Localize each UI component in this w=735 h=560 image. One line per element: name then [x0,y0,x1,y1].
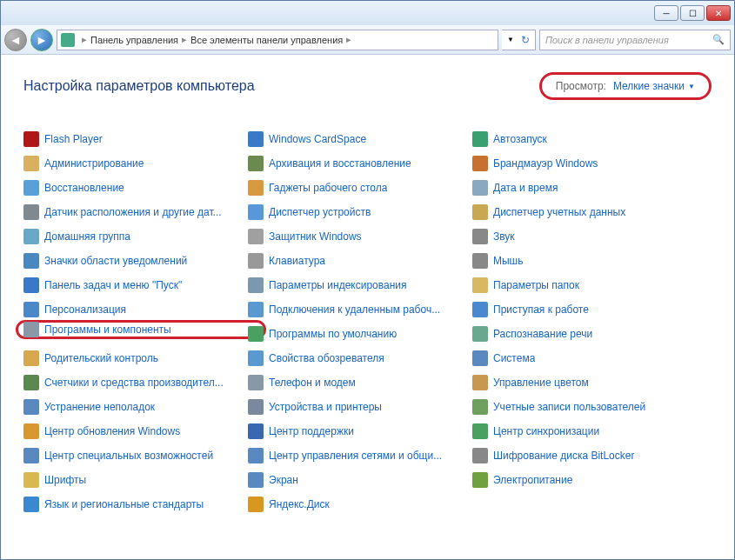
control-panel-item[interactable]: Центр специальных возможностей [23,446,241,465]
back-button[interactable]: ◄ [4,29,27,51]
control-panel-item[interactable]: Свойства обозревателя [248,349,465,368]
item-icon [248,229,264,244]
item-icon [23,375,39,390]
breadcrumb-level1[interactable]: Панель управления [90,35,178,45]
item-label: Управление цветом [493,377,589,389]
close-button[interactable]: ✕ [706,5,731,21]
control-panel-item[interactable]: Архивация и восстановление [248,154,465,173]
control-panel-item[interactable]: Flash Player [23,130,241,149]
control-panel-item[interactable]: Восстановление [23,178,241,197]
control-panel-item[interactable]: Устранение неполадок [23,397,241,417]
breadcrumb-level2[interactable]: Все элементы панели управления [190,35,343,45]
control-panel-item[interactable]: Звук [472,227,690,246]
control-panel-item[interactable]: Подключения к удаленным рабоч... [248,300,465,319]
control-panel-item[interactable]: Центр синхронизации [472,422,690,441]
maximize-button[interactable]: ☐ [680,5,705,21]
search-input[interactable]: Поиск в панели управления 🔍 [539,30,731,50]
item-label: Устройства и принтеры [269,401,382,413]
control-panel-item[interactable]: Родительский контроль [23,349,241,368]
control-panel-item[interactable]: Яндекс.Диск [248,495,465,514]
item-icon [23,180,39,196]
search-placeholder: Поиск в панели управления [545,35,669,45]
control-panel-item[interactable]: Центр поддержки [248,422,465,441]
control-panel-item[interactable]: Устройства и принтеры [248,397,465,417]
control-panel-item[interactable]: Мышь [472,251,690,270]
item-icon [472,180,488,196]
forward-button[interactable]: ► [30,29,53,51]
control-panel-item[interactable]: Значки области уведомлений [23,251,241,270]
item-icon [23,448,39,463]
item-icon [23,253,39,269]
control-panel-item[interactable]: Администрирование [23,154,241,173]
control-panel-item[interactable]: Защитник Windows [248,227,465,246]
control-panel-item[interactable]: Программы по умолчанию [248,324,465,343]
item-icon [472,253,488,269]
item-icon [472,156,488,171]
control-panel-item[interactable]: Автозапуск [472,130,690,149]
control-panel-item[interactable]: Центр управления сетями и общи... [248,446,465,465]
item-icon [472,350,488,366]
item-icon [248,375,264,390]
chevron-down-icon[interactable]: ▼ [507,36,514,43]
item-icon [23,204,39,220]
control-panel-item[interactable]: Диспетчер устройств [248,203,465,222]
control-panel-window: ─ ☐ ✕ ◄ ► ▸ Панель управления ▸ Все элем… [0,0,735,560]
control-panel-item[interactable]: Брандмауэр Windows [472,154,690,173]
item-icon [248,448,264,463]
control-panel-item[interactable]: Шрифты [23,470,241,490]
item-label: Шифрование диска BitLocker [493,450,634,462]
item-icon [472,326,488,342]
item-icon [248,204,264,220]
item-icon [23,229,39,244]
control-panel-item[interactable]: Домашняя группа [23,227,241,246]
item-icon [248,423,264,439]
control-panel-item[interactable]: Учетные записи пользователей [472,397,690,417]
control-panel-item[interactable]: Параметры индексирования [248,276,465,295]
item-label: Flash Player [44,133,103,145]
control-panel-item[interactable]: Распознавание речи [472,324,690,343]
item-icon [248,253,264,269]
control-panel-item[interactable]: Счетчики и средства производител... [23,373,241,392]
control-panel-item[interactable]: Центр обновления Windows [23,422,241,441]
item-label: Персонализация [44,303,126,316]
item-label: Родительский контроль [44,352,158,364]
search-icon: 🔍 [712,34,725,45]
control-panel-item[interactable]: Диспетчер учетных данных [472,203,690,222]
item-icon [248,326,264,342]
control-panel-item[interactable]: Электропитание [472,470,690,490]
item-label: Восстановление [44,182,124,194]
control-panel-item[interactable]: Параметры папок [472,276,690,295]
control-panel-item[interactable]: Система [472,349,690,368]
control-panel-item[interactable]: Приступая к работе [472,300,690,319]
item-label: Дата и время [493,182,558,194]
item-label: Датчик расположения и другие дат... [44,206,222,218]
control-panel-item[interactable]: Панель задач и меню "Пуск" [23,276,241,295]
item-label: Диспетчер учетных данных [493,206,625,218]
breadcrumb[interactable]: ▸ Панель управления ▸ Все элементы панел… [57,30,498,50]
item-icon [248,277,264,293]
control-panel-item[interactable]: Шифрование диска BitLocker [472,446,690,465]
control-panel-item[interactable]: Гаджеты рабочего стола [248,178,465,197]
control-panel-item[interactable]: Дата и время [472,178,690,197]
control-panel-item[interactable]: Windows CardSpace [248,130,465,149]
item-label: Шрифты [44,474,86,486]
item-label: Брандмауэр Windows [493,157,598,170]
control-panel-item[interactable]: Датчик расположения и другие дат... [23,203,241,222]
refresh-icon[interactable]: ↻ [521,34,530,46]
control-panel-item[interactable]: Программы и компоненты [16,320,266,339]
control-panel-item[interactable]: Язык и региональные стандарты [23,495,241,514]
control-panel-item[interactable]: Телефон и модем [248,373,465,392]
control-panel-item[interactable]: Клавиатура [248,251,465,270]
item-label: Автозапуск [493,133,547,145]
item-icon [472,399,488,415]
control-panel-item[interactable]: Управление цветом [472,373,690,392]
item-icon [23,131,39,147]
control-panel-item[interactable]: Персонализация [23,300,241,319]
item-icon [248,131,264,147]
item-label: Панель задач и меню "Пуск" [44,279,182,291]
view-value[interactable]: Мелкие значки ▼ [613,80,695,92]
item-label: Гаджеты рабочего стола [269,182,387,194]
control-panel-item[interactable]: Экран [248,470,465,490]
view-selector[interactable]: Просмотр: Мелкие значки ▼ [539,72,712,100]
minimize-button[interactable]: ─ [654,5,678,21]
